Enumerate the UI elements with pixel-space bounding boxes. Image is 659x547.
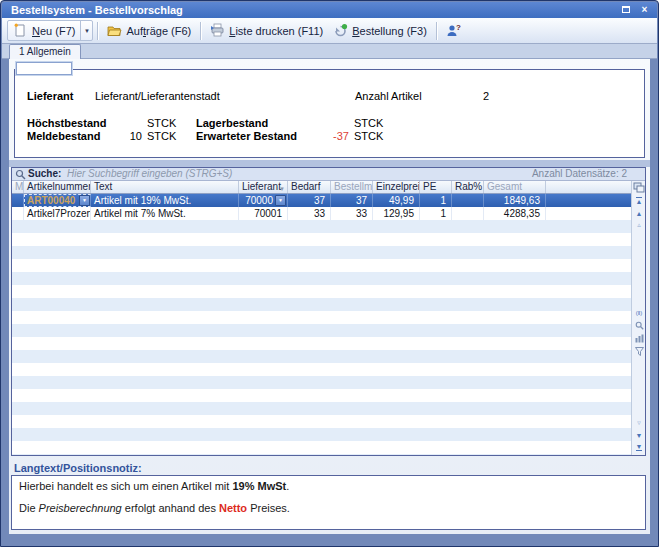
cell-bestellmenge[interactable]: 37	[331, 194, 373, 207]
chevron-down-icon: ▼	[84, 28, 90, 34]
cell-einzelpreis[interactable]: 49,99	[373, 194, 420, 207]
column-header-filler	[546, 181, 633, 193]
print-list-button-label: Liste drucken (F11)	[229, 25, 323, 37]
new-button[interactable]: Neu (F7)	[8, 21, 80, 40]
column-header-marker[interactable]: M	[12, 181, 24, 193]
meldebestand-unit: STCK	[147, 130, 176, 142]
cell-rab[interactable]	[452, 207, 484, 220]
column-header-bestellmenge[interactable]: Bestellmenge	[331, 181, 373, 193]
scroll-last-button[interactable]: ▼	[632, 441, 646, 453]
column-header-einzelpreis[interactable]: Einzelpreis	[373, 181, 420, 193]
scroll-first-button[interactable]: ▲	[632, 195, 646, 207]
new-dropdown-button[interactable]: ▼	[80, 21, 92, 40]
client-area: Lieferant Lieferant/Lieferantenstadt Anz…	[9, 59, 650, 534]
cell-rab[interactable]	[452, 194, 484, 207]
cell-einzelpreis[interactable]: 129,95	[373, 207, 420, 220]
table-row[interactable]: Artikel7Prozent Artikel mit 7% MwSt. 700…	[12, 207, 633, 220]
grid-body: ART00040 ▼ Artikel mit 19% MwSt. 70000 ▼…	[12, 194, 633, 455]
toolbar-separator	[436, 22, 437, 40]
cell-text[interactable]: Artikel mit 19% MwSt.	[91, 194, 239, 207]
order-proposal-grid: Suche: Hier Suchbegriff eingeben (STRG+S…	[11, 167, 646, 456]
column-header-artikelnummer[interactable]: Artikelnummer	[24, 181, 91, 193]
notes-text-area[interactable]: Hierbei handelt es sich um einen Artikel…	[11, 475, 646, 530]
cell-lieferant[interactable]: 70000 ▼	[239, 194, 288, 207]
column-header-pe[interactable]: PE	[420, 181, 452, 193]
maximize-button[interactable]	[618, 4, 633, 16]
erwarteter-bestand-value: -37	[309, 130, 349, 142]
notes-line-2: Die Preisberechnung erfolgt anhand des N…	[19, 502, 638, 515]
help-button[interactable]: ?	[441, 20, 466, 41]
scroll-prev-page-button[interactable]: ▵	[632, 219, 646, 231]
order-button[interactable]: Bestellung (F3)	[328, 20, 432, 41]
filter-funnel-icon[interactable]	[632, 345, 646, 358]
cell-pe[interactable]: 1	[420, 194, 452, 207]
meldebestand-label: Meldebestand	[27, 130, 100, 142]
order-refresh-icon	[333, 23, 348, 38]
chart-icon[interactable]	[632, 332, 646, 345]
tab-allgemein[interactable]: 1 Allgemein	[9, 44, 81, 59]
new-split-button: Neu (F7) ▼	[7, 20, 93, 41]
grid-header-row: M Artikelnummer Text Lieferant▼ Bedarf B…	[12, 181, 633, 194]
search-label: Suche:	[28, 168, 61, 180]
lagerbestand-unit: STCK	[354, 117, 383, 129]
lieferant-label: Lieferant	[27, 90, 73, 102]
user-help-icon: ?	[446, 23, 461, 38]
panel-splitter[interactable]	[9, 160, 650, 167]
scroll-next-page-button[interactable]: ▿	[632, 417, 646, 429]
orders-button-label: Aufträge (F6)	[126, 25, 191, 37]
close-button[interactable]: ×	[637, 4, 652, 16]
cell-gesamt[interactable]: 4288,35	[484, 207, 546, 220]
cell-text[interactable]: Artikel mit 7% MwSt.	[91, 207, 239, 220]
cell-pe[interactable]: 1	[420, 207, 452, 220]
hoechstbestand-label: Höchstbestand	[27, 117, 106, 129]
erwarteter-bestand-unit: STCK	[354, 130, 383, 142]
cell-gesamt[interactable]: 1849,63	[484, 194, 546, 207]
cell-bestellmenge[interactable]: 33	[331, 207, 373, 220]
column-header-bedarf[interactable]: Bedarf	[288, 181, 331, 193]
notes-line-1: Hierbei handelt es sich um einen Artikel…	[19, 480, 638, 493]
window-titlebar[interactable]: Bestellsystem - Bestellvorschlag ×	[2, 2, 657, 18]
meldebestand-value: 10	[102, 130, 142, 142]
orders-button[interactable]: Aufträge (F6)	[102, 20, 196, 41]
column-header-rab[interactable]: Rab%	[452, 181, 484, 193]
svg-text:?: ?	[456, 23, 461, 32]
order-button-label: Bestellung (F3)	[352, 25, 427, 37]
cell-bedarf[interactable]: 37	[288, 194, 331, 207]
table-row[interactable]: ART00040 ▼ Artikel mit 19% MwSt. 70000 ▼…	[12, 194, 633, 207]
order-summary-panel: Lieferant Lieferant/Lieferantenstadt Anz…	[14, 69, 645, 158]
column-header-gesamt[interactable]: Gesamt	[484, 181, 546, 193]
cell-artikelnummer[interactable]: ART00040 ▼	[24, 194, 91, 207]
cell-lieferant[interactable]: 70001	[239, 207, 288, 220]
column-header-text[interactable]: Text	[91, 181, 239, 193]
navigator-top-buttons: ▲ ▲ ▵	[632, 195, 646, 231]
open-folder-icon	[107, 23, 122, 38]
app-window: Bestellsystem - Bestellvorschlag × Neu (…	[0, 0, 659, 547]
cell-artikelnummer[interactable]: Artikel7Prozent	[24, 207, 91, 220]
cell-marker[interactable]	[12, 207, 24, 220]
scroll-next-button[interactable]: ▼	[632, 429, 646, 441]
scroll-prev-button[interactable]: ▲	[632, 207, 646, 219]
magnifier-icon[interactable]	[632, 319, 646, 332]
anzahl-artikel-value: 2	[483, 90, 489, 102]
supplier-filter-input[interactable]	[16, 62, 72, 75]
tab-strip: 1 Allgemein	[2, 44, 657, 59]
anzahl-artikel-label: Anzahl Artikel	[355, 90, 422, 102]
notes-section-label: Langtext/Positionsnotiz:	[14, 462, 142, 474]
column-header-lieferant[interactable]: Lieferant▼	[239, 181, 288, 193]
hoechstbestand-unit: STCK	[147, 117, 176, 129]
navigator-bottom-buttons: ▿ ▼ ▼	[632, 417, 646, 453]
cell-bedarf[interactable]: 33	[288, 207, 331, 220]
grid-search-bar[interactable]: Suche: Hier Suchbegriff eingeben (STRG+S…	[12, 168, 645, 181]
empty-rows-area	[12, 220, 633, 455]
new-button-label: Neu (F7)	[32, 25, 75, 37]
print-list-button[interactable]: Liste drucken (F11)	[205, 20, 328, 41]
cell-marker[interactable]	[12, 194, 24, 207]
customize-columns-icon[interactable]	[633, 182, 645, 193]
cell-dropdown-button[interactable]: ▼	[275, 195, 286, 206]
printer-icon	[210, 23, 225, 38]
search-icon	[15, 169, 26, 180]
filter-arrow-icon[interactable]: ▼	[279, 183, 285, 193]
cell-filler	[546, 207, 633, 220]
split-view-icon[interactable]: (‖)	[632, 306, 646, 319]
cell-dropdown-button[interactable]: ▼	[79, 195, 90, 206]
